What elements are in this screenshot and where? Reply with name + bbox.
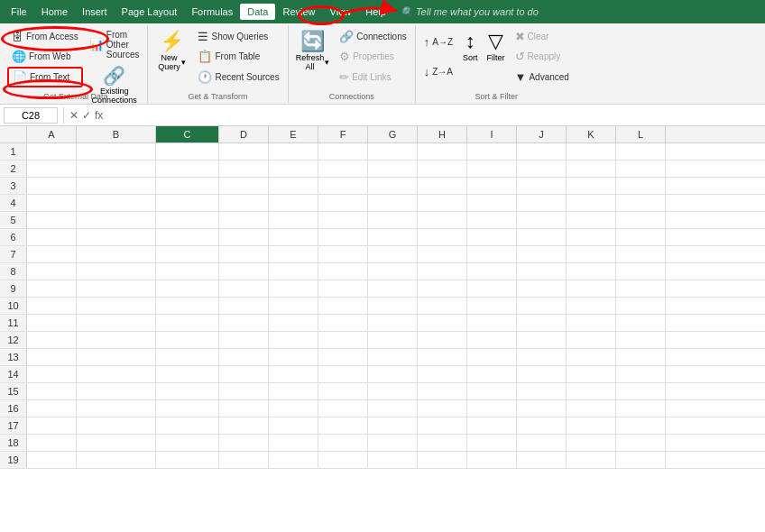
cell-I11[interactable] (467, 315, 517, 331)
advanced-button[interactable]: ▼ Advanced (511, 68, 574, 87)
cell-K8[interactable] (567, 263, 616, 280)
cell-G10[interactable] (368, 298, 418, 314)
cell-A12[interactable] (27, 332, 77, 348)
menu-page-layout[interactable]: Page Layout (115, 4, 185, 20)
cell-E15[interactable] (269, 383, 318, 399)
insert-function-icon[interactable]: fx (95, 109, 103, 122)
cell-K3[interactable] (567, 178, 616, 194)
cell-H9[interactable] (418, 280, 467, 297)
cell-D15[interactable] (219, 383, 269, 399)
cell-E18[interactable] (269, 435, 318, 451)
cell-G1[interactable] (368, 143, 418, 160)
cell-C16[interactable] (156, 400, 219, 417)
cell-E14[interactable] (269, 366, 318, 382)
cell-J11[interactable] (517, 315, 567, 331)
cell-J19[interactable] (517, 452, 567, 468)
cell-G6[interactable] (368, 229, 418, 245)
cell-I5[interactable] (467, 212, 517, 228)
cell-E4[interactable] (269, 195, 318, 211)
row-header-17[interactable]: 17 (0, 417, 27, 434)
cell-H10[interactable] (418, 298, 467, 314)
cell-F19[interactable] (318, 452, 368, 468)
cell-B13[interactable] (77, 349, 156, 365)
cell-I18[interactable] (467, 435, 517, 451)
cell-L2[interactable] (616, 161, 666, 177)
cell-A6[interactable] (27, 229, 77, 245)
cell-I8[interactable] (467, 263, 517, 280)
cell-B10[interactable] (77, 298, 156, 314)
cell-A10[interactable] (27, 298, 77, 314)
cell-A13[interactable] (27, 349, 77, 365)
col-header-B[interactable]: B (77, 126, 156, 142)
cell-H15[interactable] (418, 383, 467, 399)
menu-file[interactable]: File (4, 4, 34, 20)
cell-K19[interactable] (567, 452, 616, 468)
cell-B5[interactable] (77, 212, 156, 228)
cell-G7[interactable] (368, 246, 418, 262)
cell-G5[interactable] (368, 212, 418, 228)
cell-J16[interactable] (517, 400, 567, 417)
cell-C17[interactable] (156, 417, 219, 434)
cell-A2[interactable] (27, 161, 77, 177)
cell-A14[interactable] (27, 366, 77, 382)
cell-I14[interactable] (467, 366, 517, 382)
cell-D2[interactable] (219, 161, 269, 177)
sort-button[interactable]: ↕ Sort (459, 27, 482, 65)
cell-J18[interactable] (517, 435, 567, 451)
cell-L5[interactable] (616, 212, 666, 228)
refresh-all-button[interactable]: 🔄 RefreshAll ▾ (292, 27, 334, 74)
cell-J1[interactable] (517, 143, 567, 160)
cell-D10[interactable] (219, 298, 269, 314)
cell-F7[interactable] (318, 246, 368, 262)
cell-I7[interactable] (467, 246, 517, 262)
cell-C6[interactable] (156, 229, 219, 245)
cell-C14[interactable] (156, 366, 219, 382)
cell-F5[interactable] (318, 212, 368, 228)
cell-J13[interactable] (517, 349, 567, 365)
row-header-13[interactable]: 13 (0, 349, 27, 365)
cell-K4[interactable] (567, 195, 616, 211)
cell-I2[interactable] (467, 161, 517, 177)
cell-E5[interactable] (269, 212, 318, 228)
cell-L19[interactable] (616, 452, 666, 468)
cell-E10[interactable] (269, 298, 318, 314)
cell-H8[interactable] (418, 263, 467, 280)
cell-C15[interactable] (156, 383, 219, 399)
cell-A8[interactable] (27, 263, 77, 280)
cell-D12[interactable] (219, 332, 269, 348)
row-header-8[interactable]: 8 (0, 263, 27, 280)
cell-E6[interactable] (269, 229, 318, 245)
cell-E7[interactable] (269, 246, 318, 262)
cell-E17[interactable] (269, 417, 318, 434)
cell-I6[interactable] (467, 229, 517, 245)
cell-B3[interactable] (77, 178, 156, 194)
menu-view[interactable]: View (323, 4, 359, 20)
cell-A17[interactable] (27, 417, 77, 434)
row-header-10[interactable]: 10 (0, 298, 27, 314)
cell-H7[interactable] (418, 246, 467, 262)
cell-E9[interactable] (269, 280, 318, 297)
col-header-H[interactable]: H (418, 126, 467, 142)
cell-G4[interactable] (368, 195, 418, 211)
cell-G17[interactable] (368, 417, 418, 434)
cell-F10[interactable] (318, 298, 368, 314)
cell-L1[interactable] (616, 143, 666, 160)
cell-E13[interactable] (269, 349, 318, 365)
cell-E8[interactable] (269, 263, 318, 280)
cell-H2[interactable] (418, 161, 467, 177)
cell-L4[interactable] (616, 195, 666, 211)
from-access-button[interactable]: 🗄 From Access (7, 27, 83, 46)
cell-E1[interactable] (269, 143, 318, 160)
cell-K11[interactable] (567, 315, 616, 331)
cell-K9[interactable] (567, 280, 616, 297)
cell-G9[interactable] (368, 280, 418, 297)
cell-D5[interactable] (219, 212, 269, 228)
cell-F3[interactable] (318, 178, 368, 194)
cell-B18[interactable] (77, 435, 156, 451)
cell-C9[interactable] (156, 280, 219, 297)
cell-J15[interactable] (517, 383, 567, 399)
menu-formulas[interactable]: Formulas (184, 4, 240, 20)
cell-H12[interactable] (418, 332, 467, 348)
cell-K15[interactable] (567, 383, 616, 399)
row-header-9[interactable]: 9 (0, 280, 27, 297)
